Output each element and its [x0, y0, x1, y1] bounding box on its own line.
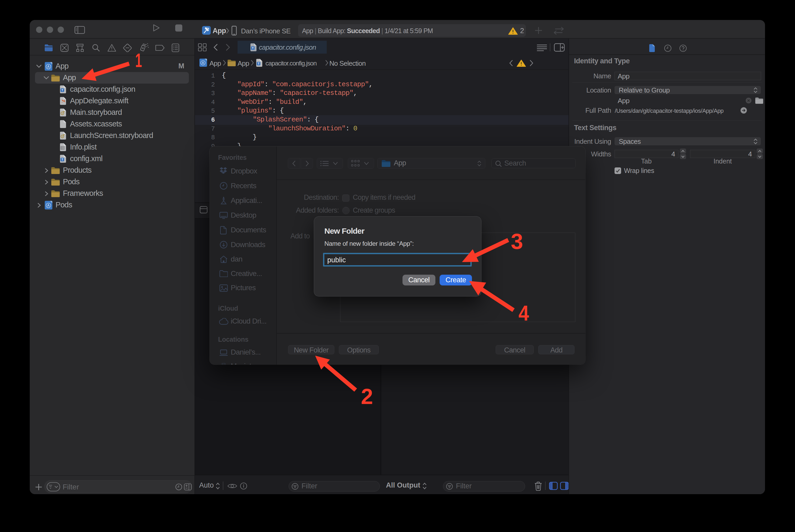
svg-text:1: 1 [135, 49, 142, 71]
svg-text:2: 2 [361, 384, 373, 409]
svg-text:4: 4 [519, 301, 529, 325]
svg-text:3: 3 [511, 229, 523, 254]
